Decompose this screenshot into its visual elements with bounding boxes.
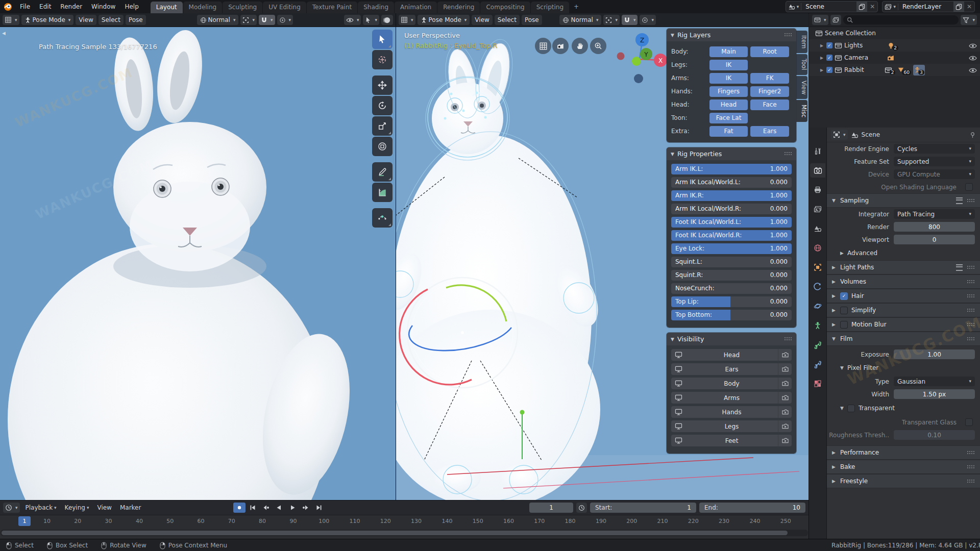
menubar-item[interactable]: Render (56, 2, 87, 12)
tab-output[interactable] (810, 183, 825, 197)
rig-layer-button[interactable]: IK (709, 60, 748, 70)
rig-layer-button[interactable]: Ears (750, 126, 789, 137)
rig-property-slider[interactable]: Top Bottom: 0.000 (671, 310, 792, 320)
rig-property-slider[interactable]: Foot IK Local/World.R: 1.000 (671, 230, 792, 241)
integrator-dropdown[interactable]: Path Tracing▾ (894, 209, 975, 219)
axis-navigator-gizmo[interactable]: Z Y X (610, 30, 667, 87)
sidebar-tab[interactable]: Misc (796, 100, 807, 122)
scene-browse-icon[interactable]: ▾ (786, 3, 802, 10)
roughness-field[interactable]: 0.10 (894, 430, 975, 440)
viewlayer-copy-icon[interactable] (953, 2, 964, 12)
outliner-row-camera[interactable]: ▶ ✓ Camera (809, 52, 980, 64)
rig-property-slider[interactable]: Arm IK.R: 1.000 (671, 190, 792, 201)
rig-layer-button[interactable]: IK (709, 73, 748, 84)
collection-checkbox[interactable]: ✓ (826, 55, 832, 61)
visibility-label[interactable]: Legs (685, 423, 778, 430)
viewport-samples-field[interactable]: 0 (894, 235, 975, 244)
panel-drag-handle[interactable] (967, 322, 975, 327)
rig-property-slider[interactable]: Eye Lock: 1.000 (671, 243, 792, 254)
simplify-checkbox[interactable] (840, 307, 848, 314)
pivot-dropdown[interactable]: ▾ (240, 15, 257, 25)
proportional-dropdown[interactable]: ▾ (277, 15, 293, 25)
rig-layer-button[interactable]: Fat (709, 126, 748, 137)
visibility-label[interactable]: Feet (685, 437, 778, 444)
rig-properties-header[interactable]: ▼Rig Properties (667, 147, 796, 160)
proportional-dropdown[interactable]: ▾ (640, 15, 656, 25)
menubar-item[interactable]: Window (87, 2, 120, 12)
monitor-icon[interactable] (671, 380, 685, 387)
hide-eye-icon[interactable] (969, 54, 977, 61)
render-samples-field[interactable]: 800 (894, 222, 975, 232)
workspace-tab[interactable]: Layout (151, 2, 183, 13)
editor-type-button[interactable]: ▾ (3, 503, 20, 513)
section-light-paths[interactable]: ▶Light Paths (827, 260, 980, 274)
section-hair[interactable]: ▶✓Hair (827, 289, 980, 303)
tab-bone[interactable] (810, 338, 825, 352)
timeline-ruler[interactable]: 1020304050607080901001101201301401501601… (0, 515, 808, 529)
menubar-item[interactable]: File (15, 2, 35, 12)
section-performance[interactable]: ▶Performance (827, 445, 980, 460)
panel-drag-handle[interactable] (967, 337, 975, 341)
add-workspace-button[interactable]: + (570, 1, 583, 12)
tab-render[interactable] (810, 163, 825, 178)
tool-move[interactable] (372, 76, 393, 95)
timeline-scrollbar[interactable] (1, 530, 808, 536)
play-reverse-button[interactable] (273, 503, 285, 513)
viewlayer-browse-icon[interactable]: ▾ (883, 4, 898, 10)
visibility-header[interactable]: ▼Visibility (667, 333, 796, 345)
visibility-label[interactable]: Arms (685, 394, 778, 402)
timeline-menu[interactable]: View▾ (93, 503, 115, 513)
outliner-row-scene-collection[interactable]: Scene Collection (809, 27, 980, 39)
monitor-icon[interactable] (671, 352, 685, 358)
render-engine-dropdown[interactable]: Cycles▾ (894, 144, 975, 154)
timeline-menu[interactable]: Marker▾ (116, 503, 144, 513)
menubar-item[interactable]: Help (120, 2, 143, 12)
rig-layer-button[interactable]: Finger2 (750, 86, 789, 97)
expand-icon[interactable]: ▶ (819, 68, 824, 72)
editor-type-button[interactable]: ▾ (3, 15, 19, 25)
monitor-icon[interactable] (671, 437, 685, 444)
tool-annotate[interactable] (372, 162, 393, 182)
end-frame-field[interactable]: End:10 (699, 503, 805, 513)
viewport-menu[interactable]: Select (495, 15, 520, 25)
tool-breakdowner[interactable] (372, 208, 393, 228)
preview-range-icon[interactable] (576, 503, 587, 513)
tool-transform[interactable] (372, 137, 393, 156)
viewlayer-name[interactable]: RenderLayer (898, 3, 953, 10)
rig-layer-button[interactable]: Head (709, 99, 748, 110)
monitor-icon[interactable] (671, 423, 685, 430)
viewport-pose[interactable]: ▾ Pose Mode▾ ViewSelectPose Normal▾ ▾ ▾ … (396, 13, 808, 500)
camera-toggle-icon[interactable] (778, 420, 792, 432)
timeline-menu[interactable]: Keying▾ (61, 503, 93, 513)
camera-toggle-icon[interactable] (778, 363, 792, 375)
section-bake[interactable]: ▶Bake (827, 460, 980, 474)
editor-type-button[interactable]: ▾ (812, 15, 828, 25)
collection-checkbox[interactable]: ✓ (826, 42, 832, 48)
tab-object[interactable] (810, 260, 825, 274)
hide-eye-icon[interactable] (969, 66, 977, 73)
viewlayer-remove-icon[interactable]: ✕ (964, 3, 974, 10)
panel-drag-handle[interactable] (967, 198, 975, 203)
camera-toggle-icon[interactable] (778, 435, 792, 446)
expand-icon[interactable]: ▶ (819, 43, 824, 48)
rig-property-slider[interactable]: Arm IK Local/World.L: 0.000 (671, 177, 792, 188)
panel-drag-handle[interactable] (784, 33, 792, 37)
monitor-icon[interactable] (671, 366, 685, 372)
tab-tool[interactable] (810, 144, 825, 158)
snap-toggle[interactable]: ▾ (259, 15, 275, 25)
monitor-icon[interactable] (671, 409, 685, 415)
rig-property-slider[interactable]: Arm IK.L: 1.000 (671, 164, 792, 174)
visibility-label[interactable]: Ears (685, 366, 778, 373)
panel-drag-handle[interactable] (967, 465, 975, 469)
workspace-tab[interactable]: Rendering (437, 2, 480, 13)
section-film[interactable]: ▼Film (827, 332, 980, 346)
viewport-menu[interactable]: View (472, 15, 492, 25)
viewport-menu[interactable]: Pose (522, 15, 542, 25)
gizmo-dropdown[interactable]: ▾ (363, 15, 379, 25)
timeline-menu[interactable]: Playback▾ (22, 503, 60, 513)
orientation-dropdown[interactable]: Normal▾ (559, 15, 601, 25)
camera-view-gizmo[interactable] (552, 38, 569, 54)
tab-scene[interactable] (810, 221, 825, 236)
play-button[interactable] (286, 503, 299, 513)
section-sampling[interactable]: ▼Sampling (827, 193, 980, 208)
